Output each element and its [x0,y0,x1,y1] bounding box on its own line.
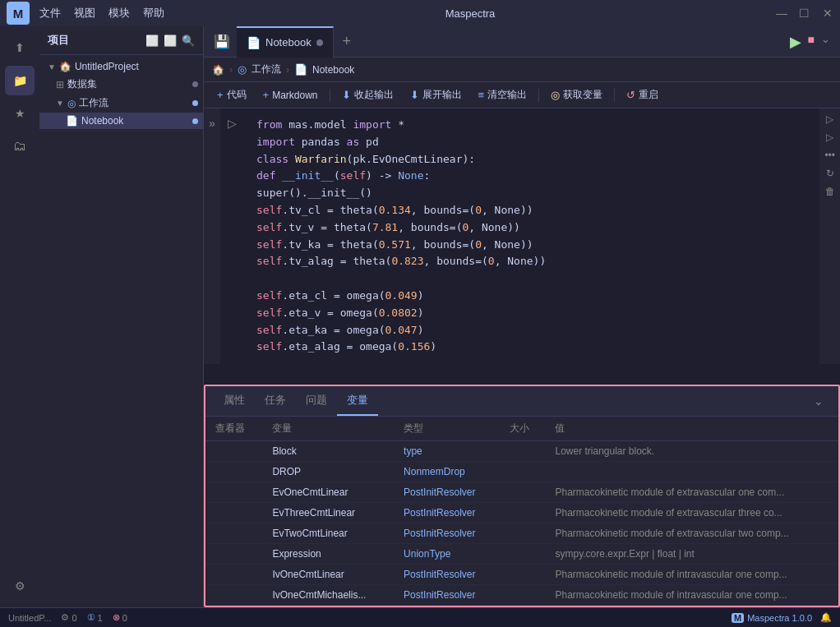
play-button[interactable]: ▶ [790,33,801,51]
menu-view[interactable]: 视图 [74,6,95,21]
sidebar-project-label: UntitledProject [75,61,139,72]
tab-tasks[interactable]: 任务 [255,386,296,416]
maximize-button[interactable]: ☐ [799,7,810,19]
cell-type: PostInitResolver [394,503,500,523]
tab-issues[interactable]: 问题 [296,386,337,416]
restart-label: 重启 [639,88,658,102]
status-gear: ⚙ 0 [61,612,76,623]
breadcrumb-workflow[interactable]: 工作流 [252,62,281,76]
table-row[interactable]: EvTwoCmtLinear PostInitResolver Pharmaco… [205,523,838,544]
add-markdown-button[interactable]: + Markdown [256,86,325,104]
stop-button[interactable]: ■ [808,33,815,51]
sidebar-dot-workflow [192,100,198,106]
code-token: , None)) [495,255,547,267]
cell-type: PostInitResolver [394,565,500,585]
sidebar-icon-new[interactable]: ⬜ [164,35,177,47]
icon-bar-project[interactable]: 📁 [5,66,35,95]
breadcrumb-notebook[interactable]: Notebook [312,64,354,76]
add-markdown-label: Markdown [272,90,317,101]
breadcrumb: 🏠 › ◎ 工作流 › 📄 Notebook [204,58,840,82]
clear-output-button[interactable]: ≡ 清空输出 [472,85,534,104]
add-code-button[interactable]: + 代码 [210,85,253,104]
restart-button[interactable]: ↺ 重启 [620,85,665,104]
expand-output-button[interactable]: ⬇ 展开输出 [404,85,468,104]
get-variables-button[interactable]: ◎ 获取变量 [544,85,609,104]
clear-output-icon: ≡ [478,89,485,101]
cell-right-toolbar: ▷ ▷ ••• ↻ 🗑 [819,108,840,364]
table-row[interactable]: IvOneCmtMichaelis... PostInitResolver Ph… [205,585,838,606]
code-line-11: self.eta_v = omega(0.0802) [256,305,806,322]
menu-module[interactable]: 模块 [108,6,130,21]
cell-redo-btn[interactable]: ↻ [826,168,834,179]
status-bar-right: M Maspectra 1.0.0 🔔 [732,612,832,623]
variables-table-container: 查看器 变量 类型 大小 值 Block type Lower triangul… [205,417,838,606]
cell-size [500,523,546,544]
cell-delete-btn[interactable]: 🗑 [825,186,835,197]
menu-help[interactable]: 帮助 [143,6,164,21]
cell-more-btn[interactable]: ••• [824,150,835,161]
cell-size [500,441,546,462]
code-token: self [340,169,366,182]
tab-properties[interactable]: 属性 [214,386,255,416]
info-icon: ① [87,612,95,623]
code-token: pd [359,136,378,148]
cell-viewer [205,565,262,585]
icon-bar-folder[interactable]: 🗂 [5,131,35,161]
menu-file[interactable]: 文件 [39,6,61,21]
minimize-button[interactable]: — [776,7,787,19]
window-title: Maspectra [445,7,496,20]
cell-type: PostInitResolver [394,585,500,606]
tab-notebook[interactable]: 📄 Notebook [237,26,334,58]
icon-bar-nav[interactable]: ⬆ [5,33,35,62]
cell-value: Pharmacokinetic module of extravascular … [545,503,838,523]
code-token: mas.model [282,118,353,131]
code-line-6: self.tv_cl = theta(0.134, bounds=(0, Non… [256,202,806,219]
table-row[interactable]: IvOneCmtLinear PostInitResolver Pharmaco… [205,565,838,585]
table-row[interactable]: Block type Lower triangular block. [205,441,838,462]
breadcrumb-sep2: › [286,64,289,76]
collapse-output-button[interactable]: ⬇ 收起输出 [335,85,400,104]
code-token: 0.571 [379,238,411,251]
cell-variable: Block [262,441,394,462]
cell-collapse-icon[interactable]: » [209,117,215,130]
bell-icon[interactable]: 🔔 [820,612,832,623]
code-token: .eta_alag = omega( [282,340,398,353]
code-token: 0.049 [385,289,418,302]
breadcrumb-home-icon[interactable]: 🏠 [212,64,224,76]
code-token: None [398,169,423,182]
table-row[interactable]: Expression UnionType sympy.core.expr.Exp… [205,544,838,565]
sidebar-icon-copy[interactable]: ⬜ [145,35,159,47]
close-button[interactable]: ✕ [822,7,833,19]
code-token: ) -> [366,169,398,182]
toolbar: + 代码 + Markdown ⬇ 收起输出 ⬇ 展开输出 ≡ 清空输出 [204,82,840,108]
tab-more-button[interactable]: ⌄ [821,33,830,51]
cell-value: Pharmacokinetic module of extravascular … [545,523,838,544]
cell-run-btn[interactable]: ▷ [826,113,833,125]
icon-bar-star[interactable]: ★ [5,99,35,128]
code-token: , bounds=( [411,204,475,216]
collapse-panel-button[interactable]: ⌄ [807,388,830,414]
tab-variables[interactable]: 变量 [337,386,378,416]
sidebar-item-project[interactable]: ▼ 🏠 UntitledProject [39,58,203,75]
sidebar-item-workflow[interactable]: ▼ ◎ 工作流 [39,94,203,113]
cell-viewer [205,482,262,503]
cell-run-next-btn[interactable]: ▷ [826,131,833,143]
code-line-8: self.tv_ka = theta(0.571, bounds=(0, Non… [256,237,806,254]
sidebar-icon-search[interactable]: 🔍 [182,35,195,47]
sidebar-item-notebook[interactable]: 📄 Notebook [39,113,203,129]
code-cell: » ▷ from mas.model import * import panda… [204,108,840,364]
table-row[interactable]: EvThreeCmtLinear PostInitResolver Pharma… [205,503,838,523]
icon-bar-settings[interactable]: ⚙ [5,571,35,601]
sidebar-item-dataset[interactable]: ⊞ 数据集 [39,75,203,94]
code-token: (pk.EvOneCmtLinear): [347,153,476,165]
clear-output-label: 清空输出 [487,88,527,102]
table-row[interactable]: EvOneCmtLinear PostInitResolver Pharmaco… [205,482,838,503]
add-code-icon: + [217,89,224,101]
cell-run-icon[interactable]: ▷ [228,117,237,130]
table-row[interactable]: DROP NonmemDrop [205,462,838,482]
cell-size [500,565,546,585]
col-value: 值 [545,417,838,441]
code-token: self [256,238,282,251]
save-icon[interactable]: 💾 [207,34,237,49]
tab-add-button[interactable]: + [334,33,360,50]
